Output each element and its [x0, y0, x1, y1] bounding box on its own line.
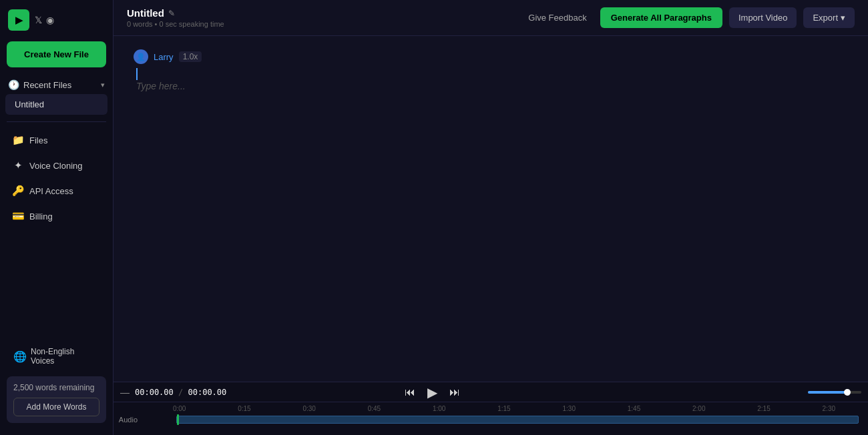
- skip-back-button[interactable]: ⏮: [402, 385, 418, 400]
- sidebar: ▶ 𝕏 ◉ Create New File 🕐 Recent Files ▾ U…: [0, 0, 114, 435]
- import-video-button[interactable]: Import Video: [729, 7, 797, 28]
- export-button[interactable]: Export ▾: [803, 7, 855, 28]
- tick-8: 2:00: [666, 405, 731, 412]
- recent-files-label: 🕐 Recent Files: [8, 79, 71, 90]
- current-time: 00:00.00: [135, 388, 174, 397]
- timeline-collapse-icon[interactable]: —: [120, 387, 130, 398]
- sidebar-item-billing[interactable]: 💳 Billing: [4, 204, 109, 228]
- track-label: Audio: [116, 416, 143, 424]
- tick-4: 1:00: [407, 405, 471, 412]
- playhead-marker: [177, 414, 179, 425]
- add-words-button[interactable]: Add More Words: [13, 398, 99, 416]
- text-block: [134, 68, 848, 105]
- sparkle-icon: ✦: [12, 159, 24, 171]
- file-title: Untitled: [127, 7, 164, 19]
- sidebar-bottom: 🌐 Non-English Voices 2,500 words remaini…: [0, 335, 113, 435]
- edit-icon[interactable]: ✎: [168, 9, 175, 18]
- play-pause-button[interactable]: ▶: [425, 383, 440, 402]
- clock-icon: 🕐: [8, 79, 19, 90]
- generate-button[interactable]: Generate All Paragraphs: [600, 7, 722, 28]
- speaker-avatar: 👤: [134, 49, 148, 64]
- sidebar-item-files[interactable]: 📁 Files: [4, 128, 109, 152]
- editor-area: 👤 Larry 1.0x: [114, 36, 868, 382]
- translate-icon: 🌐: [13, 350, 27, 363]
- main-content: Untitled ✎ 0 words • 0 sec speaking time…: [114, 0, 868, 435]
- words-remaining-text: 2,500 words remaining: [13, 383, 99, 392]
- total-time: 00:00.00: [188, 388, 226, 397]
- recent-file-item[interactable]: Untitled: [5, 94, 107, 115]
- skip-forward-button[interactable]: ⏭: [447, 385, 463, 400]
- logo-area: ▶ 𝕏 ◉: [0, 0, 113, 37]
- topbar: Untitled ✎ 0 words • 0 sec speaking time…: [114, 0, 868, 36]
- timeline-section: — 00:00.00 / 00:00.00 ⏮ ▶ ⏭ 0:00 0:15: [114, 382, 868, 435]
- timeline-controls: — 00:00.00 / 00:00.00 ⏮ ▶ ⏭: [114, 382, 868, 402]
- tick-9: 2:15: [731, 405, 796, 412]
- tick-1: 0:15: [212, 405, 276, 412]
- social-links: 𝕏 ◉: [35, 15, 54, 25]
- volume-handle: [844, 389, 851, 396]
- file-title-row: Untitled ✎: [127, 7, 224, 19]
- tick-10: 2:30: [797, 405, 861, 412]
- non-english-voices-button[interactable]: 🌐 Non-English Voices: [7, 342, 106, 371]
- card-icon: 💳: [12, 210, 24, 222]
- sidebar-item-voice-cloning[interactable]: ✦ Voice Cloning: [4, 153, 109, 177]
- volume-slider[interactable]: [808, 391, 861, 394]
- tick-7: 1:45: [602, 405, 666, 412]
- tick-5: 1:15: [471, 405, 536, 412]
- volume-fill: [808, 391, 845, 394]
- tick-3: 0:45: [342, 405, 407, 412]
- text-input[interactable]: [136, 81, 848, 102]
- chevron-down-icon: ▾: [841, 13, 845, 23]
- tick-6: 1:30: [537, 405, 602, 412]
- nav-divider: [7, 121, 106, 122]
- create-new-button[interactable]: Create New File: [7, 41, 106, 67]
- discord-icon[interactable]: ◉: [46, 15, 54, 25]
- speaker-name[interactable]: Larry: [154, 52, 174, 62]
- sidebar-item-api-access[interactable]: 🔑 API Access: [4, 179, 109, 203]
- twitter-icon[interactable]: 𝕏: [35, 15, 42, 25]
- feedback-button[interactable]: Give Feedback: [521, 9, 593, 27]
- recent-files-header[interactable]: 🕐 Recent Files ▾: [0, 74, 113, 93]
- timeline-track-row: Audio: [114, 412, 868, 427]
- file-meta: 0 words • 0 sec speaking time: [127, 20, 224, 28]
- audio-track[interactable]: [176, 416, 859, 424]
- time-display: 00:00.00 / 00:00.00: [135, 388, 226, 397]
- tick-0: 0:00: [147, 405, 212, 412]
- key-icon: 🔑: [12, 185, 24, 197]
- paragraph-block: 👤 Larry 1.0x: [134, 49, 848, 105]
- topbar-actions: Give Feedback Generate All Paragraphs Im…: [521, 7, 855, 28]
- timeline-tick-container: 0:00 0:15 0:30 0:45 1:00 1:15 1:30 1:45 …: [114, 402, 868, 412]
- topbar-left: Untitled ✎ 0 words • 0 sec speaking time: [127, 7, 224, 28]
- logo-icon: ▶: [8, 9, 29, 31]
- folder-icon: 📁: [12, 134, 24, 146]
- text-cursor: [136, 68, 138, 80]
- playback-controls: ⏮ ▶ ⏭: [402, 383, 463, 402]
- speed-badge[interactable]: 1.0x: [179, 51, 202, 62]
- tick-2: 0:30: [277, 405, 342, 412]
- words-remaining-card: 2,500 words remaining Add More Words: [7, 376, 106, 423]
- speaker-row: 👤 Larry 1.0x: [134, 49, 848, 64]
- chevron-down-icon: ▾: [101, 81, 105, 89]
